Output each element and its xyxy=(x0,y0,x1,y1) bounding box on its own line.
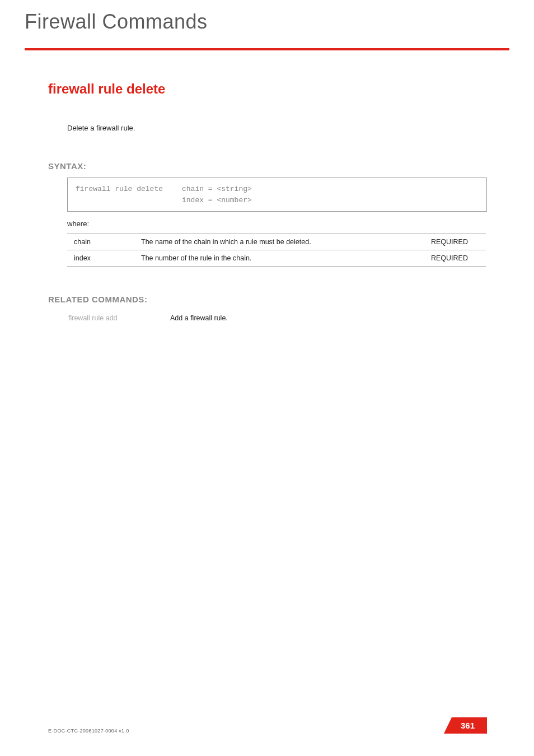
related-heading: RELATED COMMANDS: xyxy=(48,295,487,304)
accent-rule xyxy=(25,48,509,50)
param-name: index xyxy=(67,250,134,267)
command-title: firewall rule delete xyxy=(48,81,487,97)
syntax-cmd: firewall rule delete xyxy=(76,184,182,195)
param-req: REQUIRED xyxy=(424,234,486,250)
content-area: firewall rule delete Delete a firewall r… xyxy=(48,81,487,325)
page-number: 361 xyxy=(444,717,487,734)
doc-id: E-DOC-CTC-20061027-0004 v1.0 xyxy=(48,728,129,734)
footer: E-DOC-CTC-20061027-0004 v1.0 361 xyxy=(48,717,487,734)
related-cmd-desc: Add a firewall rule. xyxy=(170,314,228,322)
table-row: firewall rule add Add a firewall rule. xyxy=(68,312,228,324)
syntax-cmd-blank xyxy=(76,195,182,206)
related-table: firewall rule add Add a firewall rule. xyxy=(67,311,229,325)
param-req: REQUIRED xyxy=(424,250,486,267)
where-label: where: xyxy=(67,220,487,228)
syntax-arg-2: index = <number> xyxy=(182,195,252,206)
param-table: chain The name of the chain in which a r… xyxy=(67,234,486,267)
syntax-heading: SYNTAX: xyxy=(48,161,487,171)
param-desc: The name of the chain in which a rule mu… xyxy=(134,234,424,250)
param-name: chain xyxy=(67,234,134,250)
table-row: chain The name of the chain in which a r… xyxy=(67,234,486,250)
command-intro: Delete a firewall rule. xyxy=(67,124,487,132)
page-title: Firewall Commands xyxy=(25,10,208,34)
related-cmd-link[interactable]: firewall rule add xyxy=(68,314,169,322)
syntax-arg-1: chain = <string> xyxy=(182,184,252,195)
syntax-box: firewall rule deletechain = <string>inde… xyxy=(67,178,487,212)
table-row: index The number of the rule in the chai… xyxy=(67,250,486,267)
param-desc: The number of the rule in the chain. xyxy=(134,250,424,267)
